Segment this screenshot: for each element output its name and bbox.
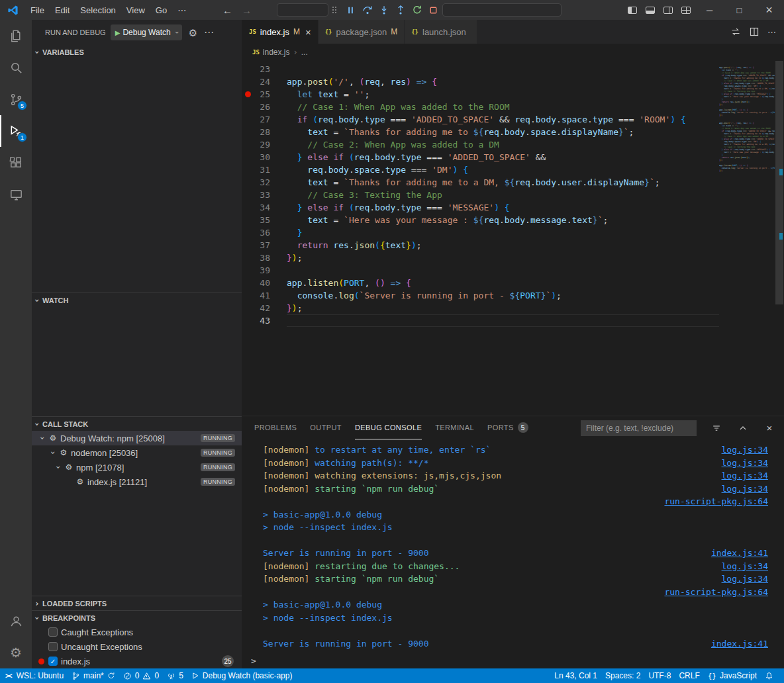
activity-search[interactable] — [0, 52, 32, 83]
tab-terminal[interactable]: TERMINAL — [435, 416, 474, 439]
activity-run-and-debug[interactable]: 1 — [0, 115, 32, 147]
tab-package-json[interactable]: {} package.json M — [318, 20, 405, 44]
restart-button[interactable] — [409, 2, 424, 18]
breakpoint-gutter[interactable] — [242, 88, 253, 101]
debug-console-input[interactable]: > — [242, 653, 784, 668]
console-source-link[interactable]: log.js:34 — [722, 572, 768, 586]
section-watch[interactable]: › WATCH — [32, 293, 242, 307]
tab-launch-json[interactable]: {} launch.json — [405, 20, 477, 44]
breakpoint-gutter[interactable] — [242, 113, 253, 126]
code-line[interactable]: 36 } — [242, 226, 719, 239]
code-line[interactable]: 40app.listen(PORT, () => { — [242, 277, 719, 289]
forward-button[interactable]: → — [242, 5, 252, 16]
breakpoint-gutter[interactable] — [242, 214, 253, 226]
forwarded-ports-indicator[interactable]: 5 — [163, 668, 187, 683]
indentation-setting[interactable]: Spaces: 2 — [601, 668, 644, 683]
tab-index-js[interactable]: JS index.js M × — [242, 20, 318, 44]
breakpoint-index-js[interactable]: ✓ index.js 25 — [32, 654, 242, 668]
maximize-button[interactable]: □ — [724, 0, 754, 20]
index-js-breakpoint-checkbox[interactable]: ✓ — [48, 657, 58, 666]
pause-button[interactable] — [343, 2, 358, 18]
console-source-link[interactable]: index.js:41 — [711, 637, 768, 651]
console-source-link[interactable]: run-script-pkg.js:64 — [664, 495, 768, 508]
breakpoint-gutter[interactable] — [242, 138, 253, 151]
tab-output[interactable]: OUTPUT — [310, 416, 342, 439]
editor-scrollbar[interactable] — [775, 61, 784, 416]
breakpoint-gutter[interactable] — [242, 277, 253, 289]
command-center-box-right[interactable] — [442, 3, 562, 17]
breakpoint-gutter[interactable] — [242, 264, 253, 277]
code-line[interactable]: 38}); — [242, 251, 719, 264]
code-line[interactable]: 25 let text = ''; — [242, 88, 719, 101]
console-source-link[interactable]: log.js:34 — [722, 443, 768, 457]
menu-file[interactable]: File — [25, 5, 50, 15]
breadcrumb[interactable]: JS index.js › ... — [242, 44, 784, 61]
breakpoint-caught-exceptions[interactable]: Caught Exceptions — [32, 625, 242, 639]
activity-explorer[interactable] — [0, 20, 32, 52]
console-source-link[interactable]: run-script-pkg.js:64 — [664, 586, 768, 599]
breakpoint-gutter[interactable] — [242, 163, 253, 176]
activity-source-control[interactable]: 5 — [0, 83, 32, 115]
menu-view[interactable]: View — [121, 5, 150, 15]
problems-indicator[interactable]: 0 0 — [119, 668, 163, 683]
caught-exceptions-checkbox[interactable] — [48, 627, 58, 637]
step-into-button[interactable] — [376, 2, 391, 18]
activity-accounts[interactable] — [0, 605, 32, 637]
console-source-link[interactable]: index.js:41 — [711, 547, 768, 560]
breakpoint-gutter[interactable] — [242, 289, 253, 302]
breakpoint-gutter[interactable] — [242, 314, 253, 327]
minimize-button[interactable]: ─ — [695, 0, 724, 20]
code-line[interactable]: 34 } else if (req.body.type === 'MESSAGE… — [242, 201, 719, 214]
filter-icon[interactable] — [710, 422, 723, 435]
code-line[interactable]: 30 } else if (req.body.type === 'ADDED_T… — [242, 151, 719, 163]
call-stack-session-row[interactable]: › ⚙ npm [21078] RUNNING — [32, 460, 242, 475]
start-debug-icon[interactable]: ▶ — [115, 29, 121, 36]
back-button[interactable]: ← — [222, 5, 232, 16]
command-center-box-left[interactable] — [277, 3, 328, 17]
breakpoint-gutter[interactable] — [242, 101, 253, 113]
close-tab-icon[interactable]: × — [305, 26, 311, 38]
breakpoint-gutter[interactable] — [242, 189, 253, 201]
section-loaded-scripts[interactable]: › LOADED SCRIPTS — [32, 596, 242, 610]
toggle-secondary-sidebar-button[interactable] — [659, 7, 677, 14]
code-line[interactable]: 24app.post('/', (req, res) => { — [242, 75, 719, 88]
minimap[interactable]: app.post('/', (req, res) => { let text =… — [719, 61, 775, 416]
notifications[interactable] — [761, 668, 777, 683]
breakpoint-gutter[interactable] — [242, 226, 253, 239]
activity-extensions[interactable] — [0, 147, 32, 179]
customize-layout-button[interactable] — [677, 7, 695, 14]
console-source-link[interactable]: log.js:34 — [722, 482, 768, 496]
scrollbar-thumb[interactable] — [775, 61, 783, 304]
debug-settings-gear-icon[interactable]: ⚙ — [189, 28, 197, 38]
eol-setting[interactable]: CRLF — [675, 668, 703, 683]
code-line[interactable]: 37 return res.json({text}); — [242, 239, 719, 251]
code-line[interactable]: 28 text = `Thanks for adding me to ${req… — [242, 126, 719, 138]
breadcrumb-file[interactable]: index.js — [263, 48, 290, 57]
toggle-sidebar-button[interactable] — [623, 7, 641, 14]
code-line[interactable]: 39 — [242, 264, 719, 277]
breakpoint-gutter[interactable] — [242, 126, 253, 138]
toolbar-drag-handle-icon[interactable] — [332, 7, 334, 8]
close-window-button[interactable]: × — [754, 0, 784, 20]
call-stack-session-row[interactable]: › ⚙ index.js [21121] RUNNING — [32, 475, 242, 489]
breakpoint-gutter[interactable] — [242, 251, 253, 264]
code-line[interactable]: 29 // Case 2: When App was added to a DM — [242, 138, 719, 151]
stop-button[interactable] — [426, 2, 441, 18]
code-line[interactable]: 23 — [242, 63, 719, 75]
encoding-setting[interactable]: UTF-8 — [644, 668, 675, 683]
breadcrumb-symbol[interactable]: ... — [301, 48, 308, 57]
section-breakpoints[interactable]: › BREAKPOINTS — [32, 610, 242, 625]
code-line[interactable]: 35 text = `Here was your message : ${req… — [242, 214, 719, 226]
code-line[interactable]: 33 // Case 3: Texting the App — [242, 189, 719, 201]
code-line[interactable]: 43 — [242, 314, 719, 327]
language-mode[interactable]: {} JavaScript — [704, 668, 761, 683]
code-line[interactable]: 31 req.body.space.type === 'DM') { — [242, 163, 719, 176]
debug-views-more-icon[interactable]: ⋯ — [204, 26, 214, 38]
tab-problems[interactable]: PROBLEMS — [254, 416, 297, 439]
breakpoint-gutter[interactable] — [242, 201, 253, 214]
breakpoint-gutter[interactable] — [242, 75, 253, 88]
close-panel-icon[interactable]: × — [763, 422, 776, 435]
remote-indicator[interactable]: >< WSL: Ubuntu — [0, 668, 68, 683]
section-call-stack[interactable]: › CALL STACK — [32, 416, 242, 431]
menu-go[interactable]: Go — [150, 5, 172, 15]
